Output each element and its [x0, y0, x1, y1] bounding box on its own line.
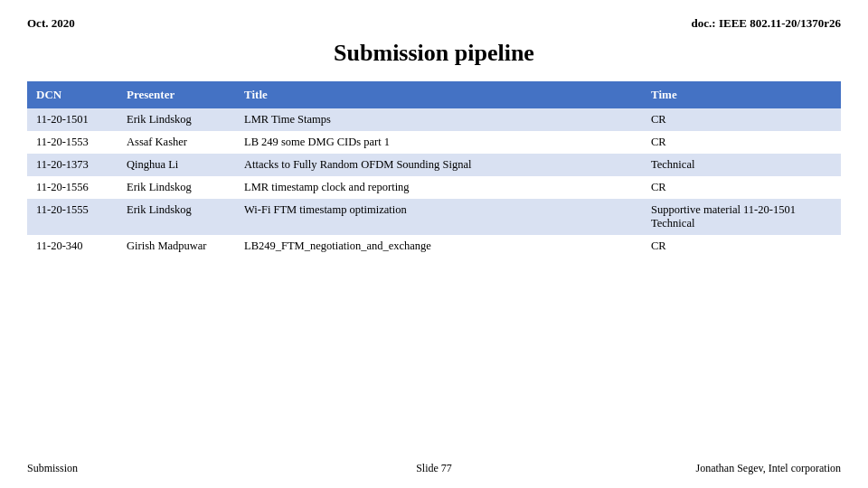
col-header-dcn: DCN — [27, 81, 118, 108]
cell-presenter: Erik Lindskog — [118, 108, 235, 131]
cell-dcn: 11-20-1501 — [27, 108, 118, 131]
cell-presenter: Erik Lindskog — [118, 199, 235, 235]
page: Oct. 2020 doc.: IEEE 802.11-20/1370r26 S… — [0, 0, 868, 488]
footer-center: Slide 77 — [298, 462, 570, 475]
cell-title: Wi-Fi FTM timestamp optimization — [235, 199, 642, 235]
col-header-title: Title — [235, 81, 642, 108]
table-header-row: DCN Presenter Title Time — [27, 81, 841, 108]
footer: Submission Slide 77 Jonathan Segev, Inte… — [27, 455, 841, 475]
col-header-presenter: Presenter — [118, 81, 235, 108]
col-header-time: Time — [642, 81, 841, 108]
cell-title: LMR timestamp clock and reporting — [235, 176, 642, 199]
cell-presenter: Qinghua Li — [118, 154, 235, 176]
doc-label: doc.: IEEE 802.11-20/1370r26 — [692, 16, 841, 31]
cell-title: LMR Time Stamps — [235, 108, 642, 131]
cell-dcn: 11-20-340 — [27, 235, 118, 258]
table-row: 11-20-1553Assaf KasherLB 249 some DMG CI… — [27, 131, 841, 154]
cell-dcn: 11-20-1556 — [27, 176, 118, 199]
submission-table: DCN Presenter Title Time 11-20-1501Erik … — [27, 81, 841, 258]
cell-time: Supportive material 11-20-1501Technical — [642, 199, 841, 235]
table-row: 11-20-1501Erik LindskogLMR Time StampsCR — [27, 108, 841, 131]
cell-time: CR — [642, 108, 841, 131]
cell-presenter: Girish Madpuwar — [118, 235, 235, 258]
table-row: 11-20-1373Qinghua LiAttacks to Fully Ran… — [27, 154, 841, 176]
cell-title: LB 249 some DMG CIDs part 1 — [235, 131, 642, 154]
footer-left: Submission — [27, 462, 298, 475]
cell-dcn: 11-20-1555 — [27, 199, 118, 235]
cell-time: CR — [642, 235, 841, 258]
table-row: 11-20-340Girish MadpuwarLB249_FTM_negoti… — [27, 235, 841, 258]
cell-presenter: Erik Lindskog — [118, 176, 235, 199]
page-title: Submission pipeline — [27, 40, 841, 67]
cell-time: CR — [642, 176, 841, 199]
top-bar: Oct. 2020 doc.: IEEE 802.11-20/1370r26 — [27, 16, 841, 31]
cell-presenter: Assaf Kasher — [118, 131, 235, 154]
cell-title: LB249_FTM_negotiation_and_exchange — [235, 235, 642, 258]
cell-time: Technical — [642, 154, 841, 176]
cell-title: Attacks to Fully Random OFDM Sounding Si… — [235, 154, 642, 176]
cell-time: CR — [642, 131, 841, 154]
date-label: Oct. 2020 — [27, 16, 75, 31]
table-row: 11-20-1555Erik LindskogWi-Fi FTM timesta… — [27, 199, 841, 235]
footer-right: Jonathan Segev, Intel corporation — [570, 462, 841, 475]
cell-dcn: 11-20-1553 — [27, 131, 118, 154]
cell-dcn: 11-20-1373 — [27, 154, 118, 176]
table-row: 11-20-1556Erik LindskogLMR timestamp clo… — [27, 176, 841, 199]
